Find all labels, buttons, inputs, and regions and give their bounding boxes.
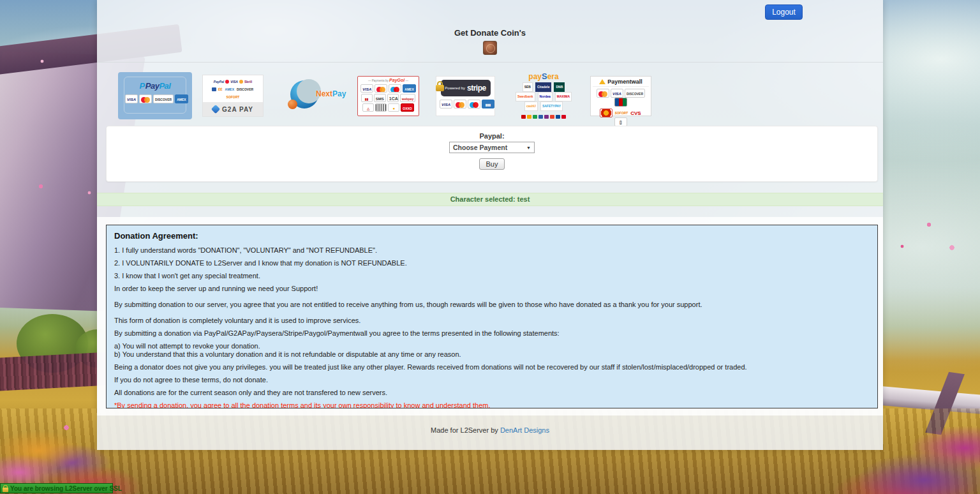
visa-chip: VISA: [440, 100, 452, 109]
agreement-section: Donation Agreement: 1. I fully understan…: [97, 217, 883, 415]
oxxo-chip: OXXO: [401, 103, 413, 112]
g2a-brand-bar: G2A PAY: [203, 102, 263, 116]
seb-chip: SEB: [523, 82, 533, 92]
jcb-chip: [614, 98, 627, 107]
nextpay-ball-icon: [288, 100, 297, 109]
paymentwall-card-row-2: SOFORTCVS▯: [593, 109, 649, 126]
visa-chip: VISA: [125, 94, 138, 103]
payment-method-paysera[interactable]: paySera SEBCitadeleDNB SwedbankNordeaMAX…: [510, 71, 577, 120]
footer: Made for L2Server by DenArt Designs: [97, 415, 883, 450]
webpay-chip: webpay: [400, 94, 415, 102]
payment-method-paypal[interactable]: PPayPal VISADISCOVERAMEX: [118, 72, 192, 119]
payment-method-stripe[interactable]: Powered by stripe VISA▮▮▮: [436, 76, 495, 116]
agreement-paragraph: a) You will not attempt to revoke your d…: [114, 342, 870, 350]
safetypay-chip: SAFETYPAY: [540, 101, 563, 111]
lock-icon: [3, 485, 8, 492]
payment-select-value: Choose Payment: [453, 144, 507, 151]
burger-chip: [600, 109, 612, 117]
mastercard-chip: [375, 84, 387, 93]
discover-chip: DISCOVER: [153, 94, 174, 103]
agreement-paragraph: 1. I fully understand words "DONATION", …: [114, 246, 870, 255]
stripe-brand-label: stripe: [467, 84, 486, 93]
call-chip: 1CALL: [387, 94, 399, 102]
g2a-brand-label: G2A PAY: [222, 106, 253, 113]
paypal-logo: PPayPal: [140, 81, 171, 91]
maestro-chip: [468, 100, 480, 109]
agreement-paragraph: If you do not agree to these terms, do n…: [114, 376, 870, 384]
paymentwall-card-row-1: VISADISCOVER: [593, 89, 649, 107]
agreement-paragraph: This form of donation is completely volu…: [114, 317, 870, 325]
agreement-paragraph: All donations are for the current season…: [114, 389, 870, 397]
paypal-card-row: VISADISCOVERAMEX: [124, 94, 186, 103]
denart-designs-link[interactable]: DenArt Designs: [500, 426, 549, 434]
ssl-status-text: You are browsing L2Server over SSL: [10, 485, 122, 492]
agreement-paragraph: By submitting donation to our server, yo…: [114, 301, 870, 309]
citadele-chip: Citadele: [535, 82, 551, 92]
payment-select[interactable]: Choose Payment ▼: [449, 142, 535, 153]
logout-button[interactable]: Logout: [765, 4, 803, 20]
agreement-title: Donation Agreement:: [114, 231, 870, 241]
g2a-diamond-icon: [211, 105, 220, 114]
purchase-panel: Paypal: Choose Payment ▼ Buy: [106, 126, 878, 182]
cvs-chip: CVS: [630, 110, 641, 116]
maestro-chip: [389, 84, 401, 93]
paypal-logo-box: PPayPal VISADISCOVERAMEX: [124, 77, 186, 114]
amex-chip: AMEX: [403, 84, 415, 93]
lock-icon: [436, 81, 444, 91]
stripe-badge: Powered by stripe: [441, 80, 491, 96]
agreement-paragraph: b) You understand that this a voluntary …: [114, 350, 870, 359]
agreement-paragraph: In order to keep the server up and runni…: [114, 285, 870, 293]
cashu-chip: cashU: [524, 101, 538, 111]
sofort-chip: SOFORT: [614, 111, 628, 115]
payment-chip: △: [362, 103, 374, 112]
mastercard-chip: [597, 89, 609, 98]
payment-method-label: Paypal:: [107, 132, 877, 140]
paymentwall-triangle-icon: [599, 79, 605, 84]
discover-chip: DISCOVER: [625, 89, 645, 98]
mastercard-chip: [139, 94, 152, 103]
paypal-p-icon: P: [140, 81, 145, 91]
buy-button[interactable]: Buy: [479, 158, 505, 170]
payment-method-paymentwall[interactable]: Paymentwall VISADISCOVER SOFORTCVS▯: [590, 76, 651, 116]
payment-method-paygol[interactable]: — Payments by PayGol — VISAAMEX ▮▮SMS1CA…: [357, 76, 419, 116]
paymentwall-brand-label: Paymentwall: [607, 79, 642, 85]
paygol-header: — Payments by PayGol —: [360, 78, 417, 82]
payment-method-nextpay[interactable]: NextPay: [285, 78, 344, 114]
visa-chip: VISA: [360, 84, 373, 93]
paygol-icons-grid: VISAAMEX ▮▮SMS1CALLwebpay △●OXXO: [360, 83, 417, 112]
amex-chip: ▮▮▮: [482, 100, 494, 109]
paysera-brand-label: paySera: [510, 71, 577, 81]
header: Logout Get Donate Coin's: [97, 0, 883, 63]
paymentwall-header: Paymentwall: [593, 79, 649, 87]
donate-coin-icon: [483, 41, 497, 55]
efecty-chip: ●: [388, 103, 399, 112]
main-column: Logout Get Donate Coin's PPayPal VISADIS…: [97, 0, 883, 450]
payment-chip: ▮▮: [361, 94, 373, 102]
agreement-warning: *By sending a donation, you agree to all…: [114, 401, 870, 408]
swedbank-chip: Swedbank: [516, 92, 535, 101]
payment-method-g2apay[interactable]: PayPalVISASkrill ĖĖAMEXDISCOVERSOFORT NE…: [202, 75, 264, 117]
agreement-box: Donation Agreement: 1. I fully understan…: [106, 225, 878, 408]
agreement-paragraph: Being a donator does not give you any pr…: [114, 363, 870, 371]
dnb-chip: DNB: [554, 82, 565, 92]
mastercard-chip: [454, 100, 466, 109]
agreement-paragraph: By submitting a donation via PayPal/G2AP…: [114, 329, 870, 338]
chevron-down-icon: ▼: [526, 146, 531, 150]
character-selected-bar: Character selected: test: [97, 193, 883, 206]
visa-chip: VISA: [611, 89, 623, 98]
page-title: Get Donate Coin's: [97, 28, 883, 38]
maxima-chip: MAXIMA: [555, 92, 572, 101]
paysera-mini-icons: [510, 112, 577, 120]
agreement-paragraph: 2. I VOLUNTARILY DONATE to L2Server and …: [114, 259, 870, 267]
sms-chip: SMS: [374, 94, 386, 102]
ssl-status-badge: You are browsing L2Server over SSL: [0, 483, 113, 493]
barcode-chip: [375, 103, 387, 112]
payment-methods-row: PPayPal VISADISCOVERAMEX PayPalVISASkril…: [97, 63, 883, 126]
paygol-brand-label: PayGol: [389, 78, 405, 82]
stripe-card-row: VISA▮▮▮: [439, 100, 492, 109]
nextpay-brand-label: NextPay: [316, 89, 346, 98]
footer-text: Made for L2Server by DenArt Designs: [431, 426, 549, 434]
agreement-paragraph: 3. I know that I won't get any special t…: [114, 272, 870, 280]
nordea-chip: Nordea: [538, 92, 553, 101]
paysera-banks-grid: SEBCitadeleDNB SwedbankNordeaMAXIMA cash…: [510, 82, 577, 111]
